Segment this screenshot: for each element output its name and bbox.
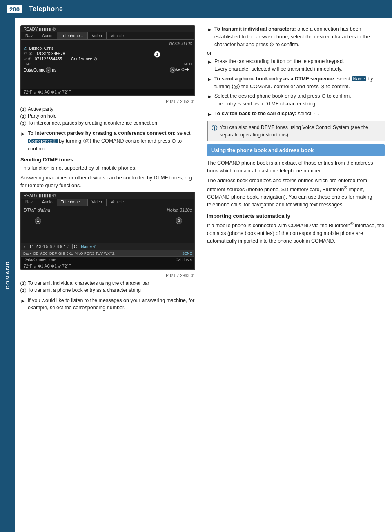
captions-1: 1 Active party 2 Party on hold 3 To inte…	[20, 106, 195, 126]
bullet-text-interconnect: To interconnect parties by creating a co…	[28, 130, 195, 152]
caption-1-3: 3 To interconnect parties by creating a …	[20, 120, 195, 126]
side-tab: COMAND	[0, 18, 15, 532]
bullet-arrow-press: ►	[207, 58, 212, 66]
info-box: ⓘ You can also send DTMF tones using Voi…	[207, 121, 385, 141]
screen-mockup-1: READY ▮▮▮▮▮ ✆ Navi Audio Telephone ↓ Vid…	[20, 25, 195, 96]
caption-1-2: 2 Party on hold	[20, 113, 195, 119]
bullet-arrow-select: ►	[207, 93, 212, 101]
screen-row-data: Data/Conne2ns 3ke OFF	[24, 67, 192, 73]
name-menu-item: Name	[352, 76, 366, 81]
phone-book-para1: The COMAND phone book is an extract of t…	[207, 159, 385, 175]
nav2-vehicle[interactable]: Vehicle	[107, 199, 128, 206]
bullet-text-press: Press the corresponding button on the te…	[214, 58, 385, 73]
dtmf-section-heading: Sending DTMF tones	[20, 156, 195, 163]
bullet-text-dtmf: To send a phone book entry as a DTMF seq…	[214, 75, 385, 91]
bullet-text-transmit: To transmit individual characters: once …	[214, 25, 385, 48]
back-btn[interactable]: Back	[23, 251, 31, 255]
bullet-select-entry: ► Select the desired phone book entry an…	[207, 92, 385, 108]
nav-video[interactable]: Video	[88, 32, 107, 39]
bullet-transmit-individual: ► To transmit individual characters: onc…	[207, 25, 385, 48]
right-column: ► To transmit individual characters: onc…	[203, 25, 392, 525]
dtmf-para2: Answering machines or other devices can …	[20, 174, 195, 190]
screen-body-1: Nokia 3110c ✆ Bishop, Chris 1 🖂 ✆: 07031…	[21, 40, 194, 89]
screen-top-bar-1: READY ▮▮▮▮▮ ✆	[21, 26, 194, 32]
screen-nav-bar-1: Navi Audio Telephone ↓ Video Vehicle	[21, 32, 194, 40]
screen2-cursor-row: | 1 2	[24, 215, 192, 220]
phone-book-para2: The address book organizes and stores en…	[207, 177, 385, 209]
screen-temp-bar: 72°F ↙ ✱1 AC ✱1 ↙ 72°F	[21, 263, 194, 269]
circle2-overlay: 2	[176, 217, 182, 224]
nav2-navi[interactable]: Navi	[21, 199, 38, 206]
screen-row-phone1: 🖂 ✆: 0703112345678	[24, 51, 192, 56]
bullet-arrow-transmit: ►	[207, 26, 212, 34]
nokia-brand-2: Nokia 3110c	[167, 208, 192, 212]
bullet-listen: ► If you would like to listen to the mes…	[20, 297, 195, 312]
bullet-interconnect: ► To interconnect parties by creating a …	[20, 130, 195, 152]
info-icon: ⓘ	[212, 124, 217, 139]
main-content: COMAND READY ▮▮▮▮▮ ✆ Navi Audio Telephon…	[0, 18, 392, 532]
importing-heading: Importing contacts automatically	[207, 213, 385, 219]
bullet-arrow-listen: ►	[20, 297, 26, 305]
screen-bottom-bar-1: 72°F ↙ ✱1 AC ✱1 ↙ 72°F	[21, 89, 194, 95]
header-bar: 200 Telephone	[0, 0, 392, 18]
section-title: Telephone	[29, 5, 63, 13]
side-tab-label: COMAND	[4, 261, 11, 290]
bullet-switch-back: ► To switch back to the call display: se…	[207, 110, 385, 118]
nokia-brand-1: Nokia 3110c	[24, 41, 192, 46]
bullet-text-back: To switch back to the call display: sele…	[214, 110, 385, 118]
bullet-press-button: ► Press the corresponding button on the …	[207, 58, 385, 73]
screen-body-2: DTMF dialing Nokia 3110c | 1 2	[21, 206, 194, 243]
screen-row-conference: ↙ ✆: 071122334455 Conference ✆	[24, 56, 192, 62]
photo-ref-1: P82.87-2852-31	[20, 99, 195, 104]
screen-row-end: ENDNEU	[24, 62, 192, 67]
phone-book-section-header: Using the phone book and address book	[207, 144, 385, 156]
cursor: |	[24, 215, 25, 220]
screen-nav-bar-2: Navi Audio Telephone ↓ Video Vehicle	[21, 199, 194, 206]
conference-menu-item: Conference③	[28, 139, 58, 143]
caption-1-1: 1 Active party	[20, 106, 195, 112]
nav-audio[interactable]: Audio	[38, 32, 57, 39]
importing-para: If a mobile phone is connected with COMA…	[207, 221, 385, 245]
nav-navi[interactable]: Navi	[21, 32, 38, 39]
nav-telephone[interactable]: Telephone ↓	[57, 32, 88, 39]
screen-abc-bar: Back QD ABC DEF GHI JKL MNO PQRS TUV WXY…	[21, 250, 194, 256]
nav2-video[interactable]: Video	[88, 199, 107, 206]
nav2-telephone[interactable]: Telephone ↓	[57, 199, 88, 206]
bullet-dtmf-sequence: ► To send a phone book entry as a DTMF s…	[207, 75, 385, 91]
screen-bottom-bar-2: Data/ConnectionsCall Lists	[21, 256, 194, 263]
bullet-arrow-interconnect: ►	[20, 130, 26, 138]
or-line: or	[207, 50, 385, 56]
dtmf-label: DTMF dialing	[24, 208, 50, 212]
page-number: 200	[7, 5, 22, 13]
captions-2: 1 To transmit individual characters usin…	[20, 280, 195, 293]
caption-2-2: 2 To transmit a phone book entry as a ch…	[20, 287, 195, 293]
ready-label: READY ▮▮▮▮▮ ✆	[24, 27, 56, 31]
ready-label-2: READY ▮▮▮▮▮ ✆	[24, 193, 56, 198]
content-area: READY ▮▮▮▮▮ ✆ Navi Audio Telephone ↓ Vid…	[15, 18, 392, 532]
nav-vehicle[interactable]: Vehicle	[107, 32, 128, 39]
bullet-arrow-dtmf: ►	[207, 76, 212, 84]
photo-ref-2: P82.87-2963-31	[20, 273, 195, 278]
screen-char-bar: ← 012 345 678 9*# C Name ✆	[21, 243, 194, 250]
left-column: READY ▮▮▮▮▮ ✆ Navi Audio Telephone ↓ Vid…	[15, 25, 203, 525]
send-btn[interactable]: SEND	[182, 251, 192, 255]
bullet-text-listen: If you would like to listen to the messa…	[28, 297, 195, 312]
caption-2-1: 1 To transmit individual characters usin…	[20, 280, 195, 286]
screen2-title-row: DTMF dialing Nokia 3110c	[24, 208, 192, 212]
screen-row-bishop: ✆ Bishop, Chris 1	[24, 46, 192, 51]
nav2-audio[interactable]: Audio	[38, 199, 57, 206]
dtmf-para1: This function is not supported by all mo…	[20, 164, 195, 172]
bullet-arrow-back: ►	[207, 110, 212, 118]
bullet-text-select: Select the desired phone book entry and …	[214, 92, 385, 108]
info-text: You can also send DTMF tones using Voice…	[220, 124, 381, 139]
screen-top-bar-2: READY ▮▮▮▮▮ ✆	[21, 192, 194, 199]
screen-mockup-2: READY ▮▮▮▮▮ ✆ Navi Audio Telephone ↓ Vid…	[20, 192, 195, 270]
